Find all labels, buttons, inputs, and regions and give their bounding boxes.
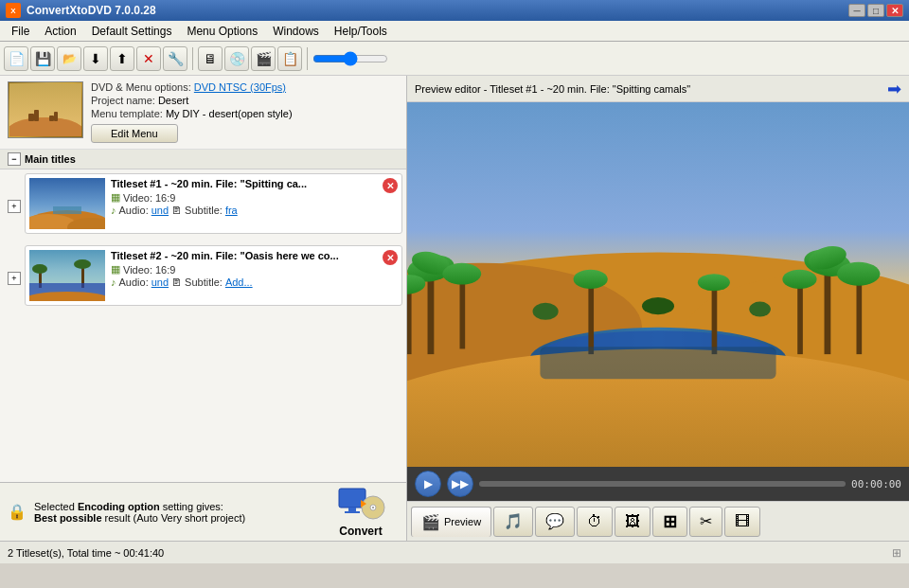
title-1-subtitle-link[interactable]: fra xyxy=(225,205,238,216)
encoding-option-bold: Encoding option xyxy=(78,501,160,512)
title-1-expand-btn[interactable]: + xyxy=(8,200,21,213)
transition-tab-icon: ⊞ xyxy=(663,511,677,532)
film-button[interactable]: 🎬 xyxy=(251,46,276,71)
title-2-subtitle-link[interactable]: Add... xyxy=(225,276,253,288)
svg-point-54 xyxy=(642,297,674,314)
resize-grip[interactable]: ⊞ xyxy=(892,546,901,560)
main-area: DVD & Menu options: DVD NTSC (30Fps) Pro… xyxy=(0,76,909,541)
dvd-options: DVD & Menu options: DVD NTSC (30Fps) Pro… xyxy=(0,76,406,150)
edit-menu-button[interactable]: Edit Menu xyxy=(91,124,178,143)
view-button[interactable]: 📋 xyxy=(277,46,302,71)
tab-cut[interactable]: ✂ xyxy=(689,507,722,537)
dvd-thumb-inner xyxy=(9,82,82,137)
convert-button-area[interactable]: Convert xyxy=(323,487,399,538)
tab-chapters[interactable]: ⏱ xyxy=(577,507,613,537)
preview-tabs: 🎬 Preview 🎵 💬 ⏱ 🖼 ⊞ ✂ 🎞 xyxy=(407,501,909,541)
menu-action[interactable]: Action xyxy=(37,23,83,40)
status-bar: 🔒 Selected Encoding option setting gives… xyxy=(0,482,406,541)
title-2-remove-button[interactable]: ✕ xyxy=(383,250,398,265)
svg-rect-47 xyxy=(588,279,594,354)
save-button[interactable]: 💾 xyxy=(30,46,55,71)
title-1-remove-button[interactable]: ✕ xyxy=(383,178,398,193)
download-button[interactable]: ⬇ xyxy=(83,46,108,71)
right-panel: Preview editor - Titleset #1 - ~20 min. … xyxy=(407,76,909,541)
tab-effects[interactable]: 🎞 xyxy=(724,507,760,537)
title-1-video-label: Video: xyxy=(123,192,152,204)
monitor-button[interactable]: 🖥 xyxy=(198,46,223,71)
dvd-button[interactable]: 💿 xyxy=(224,46,249,71)
zoom-slider[interactable] xyxy=(312,51,388,66)
preview-video-art xyxy=(407,102,909,467)
subtitle-tab-icon: 💬 xyxy=(545,512,564,530)
pause-button[interactable]: ▶▶ xyxy=(447,471,473,497)
tab-audio[interactable]: 🎵 xyxy=(493,507,533,537)
time-display: 00:00:00 xyxy=(851,478,901,490)
up-button[interactable]: ⬆ xyxy=(110,46,134,71)
preview-tab-label: Preview xyxy=(444,516,481,527)
title-1-name: Titleset #1 - ~20 min. File: "Spitting c… xyxy=(111,178,398,189)
footer: 2 Titleset(s), Total time ~ 00:41:40 ⊞ xyxy=(0,541,909,563)
new-button[interactable]: 📄 xyxy=(4,46,28,71)
minimize-button[interactable]: ─ xyxy=(848,4,865,17)
preview-tab-icon: 🎬 xyxy=(421,513,440,531)
tab-slideshow[interactable]: 🖼 xyxy=(615,507,651,537)
settings-button[interactable]: 🔧 xyxy=(163,46,187,71)
tab-transition[interactable]: ⊞ xyxy=(652,507,687,537)
left-panel: DVD & Menu options: DVD NTSC (30Fps) Pro… xyxy=(0,76,407,541)
menu-default-settings[interactable]: Default Settings xyxy=(84,23,180,40)
dvd-format-link[interactable]: DVD NTSC (30Fps) xyxy=(194,81,286,93)
video-icon-2: ▦ xyxy=(111,263,120,276)
svg-rect-3 xyxy=(28,114,34,121)
title-1-thumb-art xyxy=(29,178,105,229)
best-possible-bold: Best possible xyxy=(34,512,102,524)
svg-point-16 xyxy=(74,259,91,269)
svg-rect-38 xyxy=(407,285,412,355)
tab-preview[interactable]: 🎬 Preview xyxy=(411,507,491,537)
close-button[interactable]: ✕ xyxy=(886,4,903,17)
title-2-audio: ♪ Audio: und 🖹 Subtitle: Add... xyxy=(111,276,398,288)
title-1-video: ▦ Video: 16:9 xyxy=(111,191,398,204)
tab-subtitle[interactable]: 💬 xyxy=(535,507,575,537)
menu-file[interactable]: File xyxy=(4,23,37,40)
app-title: ConvertXtoDVD 7.0.0.28 xyxy=(27,4,847,17)
preview-controls: ▶ ▶▶ 00:00:00 xyxy=(407,467,909,501)
status-text: Selected Encoding option setting gives: … xyxy=(34,501,315,524)
svg-point-52 xyxy=(533,303,559,320)
cut-tab-icon: ✂ xyxy=(700,512,712,530)
svg-point-50 xyxy=(698,274,730,291)
video-icon: ▦ xyxy=(111,191,120,204)
title-1-video-value: 16:9 xyxy=(155,192,175,204)
svg-point-53 xyxy=(749,302,771,317)
audio-tab-icon: 🎵 xyxy=(504,512,523,530)
svg-rect-20 xyxy=(348,508,356,511)
title-item-2: Titleset #2 - ~20 min. File: "Oasis here… xyxy=(25,245,402,306)
title-2-thumbnail xyxy=(29,250,105,301)
app-icon: X xyxy=(6,3,21,18)
menu-help-tools[interactable]: Help/Tools xyxy=(327,23,395,40)
menu-template-label: Menu template: xyxy=(91,108,166,119)
convert-icon xyxy=(338,487,383,521)
svg-point-46 xyxy=(782,270,816,289)
title-1-sub-sep: 🖹 Subtitle: xyxy=(171,205,223,216)
preview-next-arrow[interactable]: ➡ xyxy=(887,79,901,99)
svg-rect-4 xyxy=(34,110,39,121)
title-2-audio-link[interactable]: und xyxy=(152,276,169,288)
title-1-audio-link[interactable]: und xyxy=(152,205,169,216)
main-titles-expand[interactable]: − xyxy=(8,152,21,166)
open-button[interactable]: 📂 xyxy=(57,46,81,71)
title-2-audio-label-text: Audio: xyxy=(119,276,149,288)
title-2-video: ▦ Video: 16:9 xyxy=(111,263,398,276)
toolbar-sep-1 xyxy=(192,47,193,70)
maximize-button[interactable]: □ xyxy=(867,4,884,17)
title-2-expand-btn[interactable]: + xyxy=(8,272,21,285)
audio-icon: ♪ xyxy=(111,205,116,216)
title-2-thumb-art xyxy=(29,250,105,301)
stop-button[interactable]: ✕ xyxy=(136,46,161,71)
preview-header: Preview editor - Titleset #1 - ~20 min. … xyxy=(407,76,909,102)
menu-windows[interactable]: Windows xyxy=(265,23,327,40)
progress-bar[interactable] xyxy=(479,481,846,487)
footer-text: 2 Titleset(s), Total time ~ 00:41:40 xyxy=(8,547,164,559)
menu-menu-options[interactable]: Menu Options xyxy=(179,23,265,40)
dvd-thumbnail xyxy=(8,81,83,138)
play-button[interactable]: ▶ xyxy=(415,471,441,497)
